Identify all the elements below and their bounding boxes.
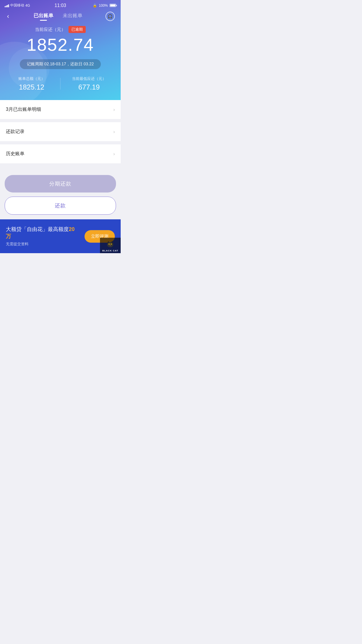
network-label: 4G bbox=[25, 4, 30, 8]
menu-section: 3月已出账单明细 › 还款记录 › 历史账单 › bbox=[0, 100, 121, 163]
back-button[interactable]: ‹ bbox=[6, 11, 10, 21]
chevron-right-icon: › bbox=[113, 151, 115, 157]
svg-point-6 bbox=[111, 244, 112, 244]
summary-row: 账单总额（元） 1825.12 当前最低应还（元） 677.19 bbox=[0, 76, 121, 91]
support-button[interactable]: 🎧 bbox=[106, 12, 115, 21]
billing-period: 记账周期 02.18-03.17，还款日 03.22 bbox=[20, 59, 101, 69]
status-bar: 中国移动 4G 11:03 🔒 100% bbox=[0, 0, 121, 10]
tab-issued-bill[interactable]: 已出账单 bbox=[34, 12, 53, 21]
amount-section: 当前应还（元） 已逾期 1852.74 记账周期 02.18-03.17，还款日… bbox=[0, 26, 121, 76]
menu-item-repayment-records[interactable]: 还款记录 › bbox=[0, 122, 121, 141]
min-pay-label: 当前最低应还（元） bbox=[60, 76, 118, 81]
banner-text-area: 大额贷「自由花」最高额度20万 无需提交资料 bbox=[6, 226, 80, 247]
status-left: 中国移动 4G bbox=[5, 3, 30, 8]
headphone-icon: 🎧 bbox=[108, 14, 113, 19]
nav-tabs: 已出账单 未出账单 bbox=[34, 12, 82, 21]
battery-icon bbox=[110, 4, 116, 7]
signal-icon bbox=[5, 4, 9, 7]
nav-bar: ‹ 已出账单 未出账单 🎧 bbox=[0, 10, 121, 26]
chevron-right-icon: › bbox=[113, 129, 115, 134]
banner-sub-text: 无需提交资料 bbox=[6, 242, 80, 247]
time-label: 11:03 bbox=[55, 3, 66, 8]
min-pay-value: 677.19 bbox=[60, 83, 118, 91]
banner-main-text: 大额贷「自由花」最高额度20万 bbox=[6, 226, 80, 240]
carrier-label: 中国移动 bbox=[10, 3, 24, 8]
battery-label: 100% bbox=[99, 4, 108, 8]
black-cat-icon bbox=[105, 239, 115, 249]
menu-item-march-detail[interactable]: 3月已出账单明细 › bbox=[0, 100, 121, 119]
svg-point-5 bbox=[109, 244, 110, 244]
amount-label: 当前应还（元） bbox=[35, 27, 66, 32]
repay-button[interactable]: 还款 bbox=[5, 197, 116, 215]
lock-icon: 🔒 bbox=[93, 4, 97, 8]
menu-item-label: 3月已出账单明细 bbox=[6, 106, 41, 113]
total-bill-value: 1825.12 bbox=[3, 83, 60, 91]
menu-item-history-bills[interactable]: 历史账单 › bbox=[0, 144, 121, 163]
menu-item-label: 还款记录 bbox=[6, 129, 24, 135]
overdue-badge: 已逾期 bbox=[68, 26, 86, 33]
chevron-right-icon: › bbox=[113, 107, 115, 112]
content-area: 3月已出账单明细 › 还款记录 › 历史账单 › 分期还款 还款 大额贷「自由花… bbox=[0, 100, 121, 253]
buttons-section: 分期还款 还款 bbox=[0, 169, 121, 219]
min-pay-item: 当前最低应还（元） 677.19 bbox=[60, 76, 118, 91]
total-bill-label: 账单总额（元） bbox=[3, 76, 60, 81]
banner-section: 大额贷「自由花」最高额度20万 无需提交资料 立即评测 bbox=[0, 219, 121, 253]
amount-label-row: 当前应还（元） 已逾期 bbox=[6, 26, 115, 33]
tab-pending-bill[interactable]: 未出账单 bbox=[63, 12, 82, 21]
total-bill-item: 账单总额（元） 1825.12 bbox=[3, 76, 60, 91]
svg-point-2 bbox=[107, 242, 114, 247]
black-cat-text: BLACK CAT bbox=[102, 249, 118, 252]
status-right: 🔒 100% bbox=[93, 4, 116, 8]
black-cat-watermark: BLACK CAT bbox=[97, 236, 121, 253]
installment-button[interactable]: 分期还款 bbox=[5, 175, 116, 192]
menu-item-label: 历史账单 bbox=[6, 151, 24, 157]
main-amount: 1852.74 bbox=[6, 35, 115, 55]
